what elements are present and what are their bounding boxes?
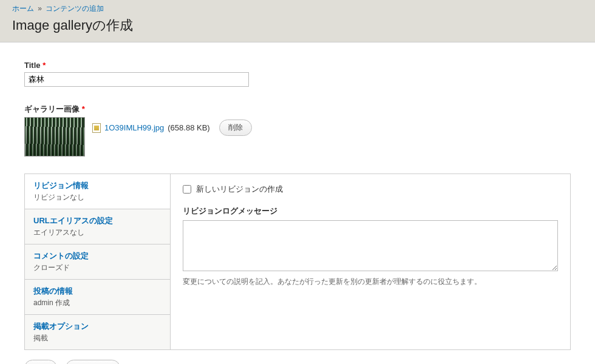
- title-label-text: Title: [24, 61, 41, 70]
- tab-publishing-options[interactable]: 掲載オプション 掲載: [25, 315, 170, 349]
- revision-log-textarea[interactable]: [183, 220, 558, 271]
- page-title: Image galleryの作成: [12, 16, 583, 35]
- title-label: Title *: [24, 61, 571, 70]
- file-size: (658.88 KB): [168, 123, 209, 132]
- tab-content-panel: 新しいリビジョンの作成 リビジョンログメッセージ 変更についての説明を記入。あな…: [171, 174, 570, 349]
- tab-title: URLエイリアスの設定: [33, 215, 162, 226]
- tab-revision-info[interactable]: リビジョン情報 リビジョンなし: [25, 174, 170, 209]
- gallery-label: ギャラリー画像 *: [24, 104, 571, 115]
- tab-title: コメントの設定: [33, 251, 162, 261]
- required-marker: *: [82, 104, 85, 113]
- tab-comment-settings[interactable]: コメントの設定 クローズド: [25, 244, 170, 280]
- page-header: ホーム » コンテンツの追加 Image galleryの作成: [0, 0, 595, 42]
- tab-title: リビジョン情報: [33, 180, 162, 191]
- revision-log-label: リビジョンログメッセージ: [183, 206, 558, 217]
- tab-summary: エイリアスなし: [33, 228, 162, 238]
- breadcrumb-separator: »: [36, 4, 44, 13]
- tab-summary: リビジョンなし: [33, 192, 162, 203]
- remove-button[interactable]: 削除: [219, 120, 252, 136]
- tab-title: 掲載オプション: [33, 321, 162, 332]
- revision-log-help: 変更についての説明を記入。あなたが行った更新を別の更新者が理解するのに役立ちます…: [183, 277, 558, 287]
- new-revision-checkbox[interactable]: [183, 185, 191, 194]
- tab-authoring-info[interactable]: 投稿の情報 admin 作成: [25, 280, 170, 315]
- tab-summary: 掲載: [33, 333, 162, 343]
- file-name-link[interactable]: 1O39IMLH99.jpg: [104, 123, 164, 132]
- file-icon: [92, 123, 101, 133]
- vertical-tabs: リビジョン情報 リビジョンなし URLエイリアスの設定 エイリアスなし コメント…: [24, 174, 571, 350]
- required-marker: *: [42, 61, 46, 70]
- form-actions: 保存 プレビュー: [24, 360, 571, 364]
- gallery-label-text: ギャラリー画像: [24, 104, 80, 113]
- gallery-thumbnail[interactable]: [24, 117, 85, 157]
- title-input[interactable]: [24, 72, 249, 87]
- tab-url-alias[interactable]: URLエイリアスの設定 エイリアスなし: [25, 209, 170, 244]
- new-revision-label: 新しいリビジョンの作成: [196, 184, 283, 195]
- breadcrumb: ホーム » コンテンツの追加: [12, 4, 583, 15]
- breadcrumb-home[interactable]: ホーム: [12, 4, 34, 13]
- tab-summary: クローズド: [33, 263, 162, 273]
- breadcrumb-add-content[interactable]: コンテンツの追加: [46, 4, 104, 13]
- tab-summary: admin 作成: [33, 298, 162, 308]
- gallery-file-row: 1O39IMLH99.jpg (658.88 KB) 削除: [24, 117, 571, 157]
- save-button[interactable]: 保存: [24, 360, 57, 364]
- preview-button[interactable]: プレビュー: [66, 360, 120, 364]
- tab-title: 投稿の情報: [33, 286, 162, 297]
